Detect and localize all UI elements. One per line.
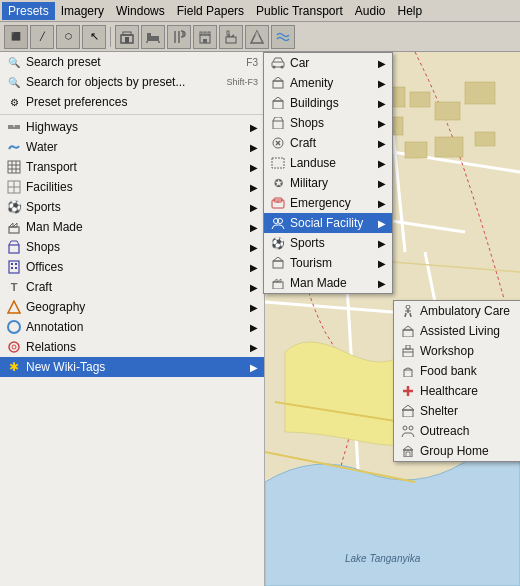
svg-marker-89 <box>273 257 283 261</box>
menu-entry-craft[interactable]: Craft ▶ <box>264 133 392 153</box>
sports-l1-icon: ⚽ <box>270 235 286 251</box>
menu-entry-food-bank[interactable]: Food bank <box>394 361 520 381</box>
menu-entry-man-made[interactable]: Man Made ▶ <box>264 273 392 293</box>
menu-entry-buildings[interactable]: Buildings ▶ <box>264 93 392 113</box>
sidebar-item-geography[interactable]: Geography ▶ <box>0 297 264 317</box>
sidebar-item-facilities[interactable]: Facilities ▶ <box>0 177 264 197</box>
sidebar-item-sports[interactable]: ⚽ Sports ▶ <box>0 197 264 217</box>
select-button[interactable]: ↖ <box>82 25 106 49</box>
facilities-arrow: ▶ <box>250 182 258 193</box>
svg-rect-1 <box>123 32 131 35</box>
lake-label: Lake Tanganyika <box>345 553 421 564</box>
menu-entry-ambulatory[interactable]: Ambulatory Care <box>394 301 520 321</box>
menu-presets[interactable]: Presets <box>2 2 55 20</box>
menu-imagery[interactable]: Imagery <box>55 2 110 20</box>
shops-arrow: ▶ <box>250 242 258 253</box>
sidebar-item-relations[interactable]: Relations ▶ <box>0 337 264 357</box>
menu-windows[interactable]: Windows <box>110 2 171 20</box>
level2-menu: Ambulatory Care Assisted Living Workshop… <box>393 300 520 462</box>
sidebar-item-transport[interactable]: Transport ▶ <box>0 157 264 177</box>
industry-button[interactable] <box>219 25 243 49</box>
buildings-arrow: ▶ <box>368 98 386 109</box>
menu-public-transport[interactable]: Public Transport <box>250 2 349 20</box>
military-icon: ✪ <box>270 175 286 191</box>
menu-entry-military[interactable]: ✪ Military ▶ <box>264 173 392 193</box>
menu-entry-sports[interactable]: ⚽ Sports ▶ <box>264 233 392 253</box>
bed-button[interactable] <box>141 25 165 49</box>
emergency-arrow: ▶ <box>368 198 386 209</box>
svg-rect-76 <box>273 101 283 109</box>
preset-prefs-item[interactable]: ⚙ Preset preferences <box>0 92 264 112</box>
amenity-icon <box>270 75 286 91</box>
menu-entry-outreach[interactable]: Outreach <box>394 421 520 441</box>
hotel-button[interactable] <box>115 25 139 49</box>
sidebar-item-water[interactable]: Water ▶ <box>0 137 264 157</box>
mountain-button[interactable] <box>245 25 269 49</box>
shelter-icon <box>400 403 416 419</box>
sidebar-item-offices[interactable]: Offices ▶ <box>0 257 264 277</box>
relations-label: Relations <box>26 340 76 354</box>
svg-marker-75 <box>273 77 283 81</box>
svg-rect-2 <box>125 37 129 43</box>
sidebar-item-shops[interactable]: Shops ▶ <box>0 237 264 257</box>
relation-button[interactable]: ⬡ <box>56 25 80 49</box>
way-button[interactable]: ╱ <box>30 25 54 49</box>
annotation-icon <box>6 319 22 335</box>
menu-entry-healthcare[interactable]: Healthcare <box>394 381 520 401</box>
svg-rect-34 <box>9 245 19 253</box>
sidebar-item-craft[interactable]: T Craft ▶ <box>0 277 264 297</box>
menu-entry-tourism[interactable]: Tourism ▶ <box>264 253 392 273</box>
sidebar-item-wiki-tags[interactable]: ✱ New Wiki-Tags ▶ <box>0 357 264 377</box>
menu-field-papers[interactable]: Field Papers <box>171 2 250 20</box>
menu-audio[interactable]: Audio <box>349 2 392 20</box>
amenity-arrow: ▶ <box>368 78 386 89</box>
svg-point-42 <box>9 342 19 352</box>
svg-rect-15 <box>226 37 236 43</box>
menu-entry-car[interactable]: Car ▶ <box>264 53 392 73</box>
menu-entry-assisted-living[interactable]: Assisted Living <box>394 321 520 341</box>
shops-label: Shops <box>26 240 60 254</box>
menu-entry-shelter[interactable]: Shelter <box>394 401 520 421</box>
craft-l1-icon <box>270 135 286 151</box>
manmade-label: Man Made <box>26 220 83 234</box>
svg-rect-98 <box>403 330 413 337</box>
sidebar-item-manmade[interactable]: Man Made ▶ <box>0 217 264 237</box>
svg-marker-40 <box>8 301 20 313</box>
food-button[interactable] <box>167 25 191 49</box>
menu-help[interactable]: Help <box>392 2 429 20</box>
sidebar-item-highways[interactable]: Highways ▶ <box>0 117 264 137</box>
svg-line-97 <box>410 313 411 317</box>
search-preset-item[interactable]: 🔍 Search preset F3 <box>0 52 264 72</box>
svg-rect-11 <box>200 32 202 35</box>
svg-point-87 <box>278 219 283 224</box>
shops-l1-icon <box>270 115 286 131</box>
svg-marker-17 <box>230 34 234 37</box>
menu-entry-amenity[interactable]: Amenity ▶ <box>264 73 392 93</box>
assisted-living-icon <box>400 323 416 339</box>
svg-rect-100 <box>403 349 413 357</box>
svg-marker-99 <box>403 326 413 330</box>
menu-entry-social-facility[interactable]: Social Facility ▶ <box>264 213 392 233</box>
water-button[interactable] <box>271 25 295 49</box>
sidebar-item-annotation[interactable]: Annotation ▶ <box>0 317 264 337</box>
car-label: Car <box>290 56 309 70</box>
svg-rect-61 <box>410 92 430 107</box>
level1-menu: Car ▶ Amenity ▶ Buildings ▶ <box>263 52 393 294</box>
castle-button[interactable] <box>193 25 217 49</box>
landuse-icon <box>270 155 286 171</box>
wiki-tags-arrow: ▶ <box>250 362 258 373</box>
man-made-arrow: ▶ <box>368 278 386 289</box>
food-bank-icon <box>400 363 416 379</box>
svg-rect-12 <box>204 32 206 35</box>
svg-rect-39 <box>15 267 17 269</box>
menu-entry-group-home[interactable]: Group Home <box>394 441 520 461</box>
search-objects-item[interactable]: 🔍 Search for objects by preset... Shift-… <box>0 72 264 92</box>
node-button[interactable]: ⬛ <box>4 25 28 49</box>
search-preset-label: Search preset <box>26 55 101 69</box>
menu-entry-shops[interactable]: Shops ▶ <box>264 113 392 133</box>
menu-bar: Presets Imagery Windows Field Papers Pub… <box>0 0 520 22</box>
menu-entry-emergency[interactable]: Emergency ▶ <box>264 193 392 213</box>
menu-entry-workshop[interactable]: Workshop <box>394 341 520 361</box>
geography-label: Geography <box>26 300 85 314</box>
menu-entry-landuse[interactable]: Landuse ▶ <box>264 153 392 173</box>
